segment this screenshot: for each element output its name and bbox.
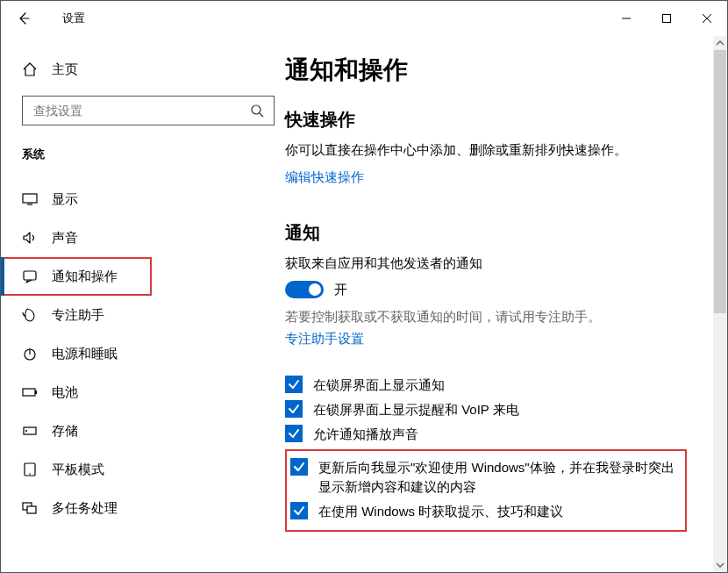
display-icon (22, 191, 38, 207)
power-icon (22, 346, 38, 362)
checkbox-label: 允许通知播放声音 (313, 425, 418, 444)
page-title: 通知和操作 (285, 54, 717, 87)
sidebar-item-notifications[interactable]: 通知和操作 (1, 257, 152, 296)
storage-icon (22, 423, 38, 439)
multitask-icon (22, 500, 38, 516)
tablet-icon (22, 462, 38, 477)
checkbox-row-lockscreen-notifications: 在锁屏界面上显示通知 (285, 376, 717, 395)
svg-point-10 (29, 473, 31, 475)
sidebar-item-storage[interactable]: 存储 (1, 412, 282, 450)
settings-window: 设置 主页 (0, 0, 728, 573)
sidebar-item-focus[interactable]: 专注助手 (1, 296, 282, 334)
minimize-button[interactable] (606, 4, 646, 32)
home-label: 主页 (52, 61, 78, 78)
notifications-toggle-state: 开 (334, 282, 347, 298)
svg-rect-6 (35, 390, 37, 394)
sidebar-item-multitask[interactable]: 多任务处理 (1, 489, 282, 527)
notifications-toggle[interactable] (285, 281, 324, 298)
get-notifications-label: 获取来自应用和其他发送者的通知 (285, 255, 717, 272)
notifications-heading: 通知 (285, 221, 717, 245)
sidebar-item-power[interactable]: 电源和睡眠 (1, 334, 282, 373)
sidebar-item-battery[interactable]: 电池 (1, 373, 282, 412)
sidebar-nav-list: 显示 声音 通知和操作 (1, 180, 282, 527)
checkbox-row-lockscreen-reminders: 在锁屏界面上显示提醒和 VoIP 来电 (285, 400, 717, 419)
focus-icon (22, 307, 38, 323)
chevron-up-icon (716, 39, 724, 47)
checkbox-label: 更新后向我显示"欢迎使用 Windows"体验，并在我登录时突出显示新增内容和建… (318, 458, 682, 497)
svg-rect-3 (24, 271, 36, 280)
titlebar: 设置 (1, 1, 727, 36)
scrollbar-thumb[interactable] (714, 50, 726, 313)
focus-hint: 若要控制获取或不获取通知的时间，请试用专注助手。 (285, 309, 717, 326)
sidebar-item-label: 多任务处理 (52, 500, 118, 517)
checkbox-lockscreen-reminders[interactable] (285, 400, 303, 418)
svg-rect-5 (23, 389, 35, 396)
svg-point-1 (252, 105, 261, 114)
battery-icon (22, 384, 38, 400)
home-icon (22, 61, 38, 77)
close-button[interactable] (687, 4, 727, 32)
chevron-down-icon (716, 561, 724, 569)
sidebar-item-label: 电源和睡眠 (52, 346, 118, 362)
close-icon (703, 14, 711, 23)
checkbox-label: 在使用 Windows 时获取提示、技巧和建议 (318, 502, 563, 521)
search-box[interactable] (22, 96, 275, 125)
search-icon (249, 103, 265, 118)
sidebar-item-label: 电池 (52, 384, 78, 401)
sound-icon (22, 230, 38, 246)
sidebar: 主页 系统 显示 (1, 36, 282, 572)
maximize-icon (662, 14, 671, 23)
sidebar-item-label: 声音 (52, 230, 78, 247)
minimize-icon (622, 14, 631, 23)
quick-actions-heading: 快速操作 (285, 108, 717, 132)
checkbox-lockscreen-notifications[interactable] (285, 376, 303, 393)
content-area: 通知和操作 快速操作 你可以直接在操作中心中添加、删除或重新排列快速操作。 编辑… (282, 36, 727, 572)
back-arrow-icon (17, 11, 31, 25)
sidebar-group-label: 系统 (22, 147, 282, 162)
window-title: 设置 (62, 11, 85, 26)
sidebar-item-label: 专注助手 (52, 307, 104, 324)
svg-rect-12 (27, 506, 36, 513)
checkbox-notification-sound[interactable] (285, 425, 303, 442)
highlighted-checkbox-group: 更新后向我显示"欢迎使用 Windows"体验，并在我登录时突出显示新增内容和建… (285, 449, 687, 532)
checkbox-tips[interactable] (290, 502, 308, 519)
maximize-button[interactable] (646, 4, 687, 32)
checkbox-welcome-experience[interactable] (290, 458, 308, 476)
window-controls (606, 4, 727, 32)
notification-icon (22, 269, 38, 284)
sidebar-item-label: 平板模式 (52, 462, 104, 478)
checkbox-label: 在锁屏界面上显示提醒和 VoIP 来电 (313, 400, 519, 419)
search-input[interactable] (32, 103, 249, 118)
scroll-down-button[interactable] (713, 558, 727, 572)
sidebar-item-display[interactable]: 显示 (1, 180, 282, 218)
svg-rect-2 (23, 194, 37, 203)
back-button[interactable] (13, 8, 34, 29)
home-button[interactable]: 主页 (22, 55, 282, 83)
focus-assist-settings-link[interactable]: 专注助手设置 (285, 331, 364, 346)
sidebar-item-sound[interactable]: 声音 (1, 218, 282, 257)
sidebar-item-label: 显示 (52, 191, 78, 208)
vertical-scrollbar[interactable] (713, 36, 727, 572)
checkbox-row-welcome-experience: 更新后向我显示"欢迎使用 Windows"体验，并在我登录时突出显示新增内容和建… (290, 458, 682, 497)
quick-actions-desc: 你可以直接在操作中心中添加、删除或重新排列快速操作。 (285, 142, 717, 159)
edit-quick-actions-link[interactable]: 编辑快速操作 (285, 169, 364, 184)
checkbox-row-notification-sound: 允许通知播放声音 (285, 425, 717, 444)
sidebar-item-label: 通知和操作 (52, 269, 118, 285)
svg-point-8 (25, 430, 27, 432)
checkbox-label: 在锁屏界面上显示通知 (313, 376, 445, 395)
scroll-up-button[interactable] (713, 36, 727, 50)
sidebar-item-label: 存储 (52, 423, 78, 440)
svg-rect-0 (663, 15, 671, 23)
checkbox-row-tips: 在使用 Windows 时获取提示、技巧和建议 (290, 502, 682, 521)
sidebar-item-tablet[interactable]: 平板模式 (1, 450, 282, 489)
